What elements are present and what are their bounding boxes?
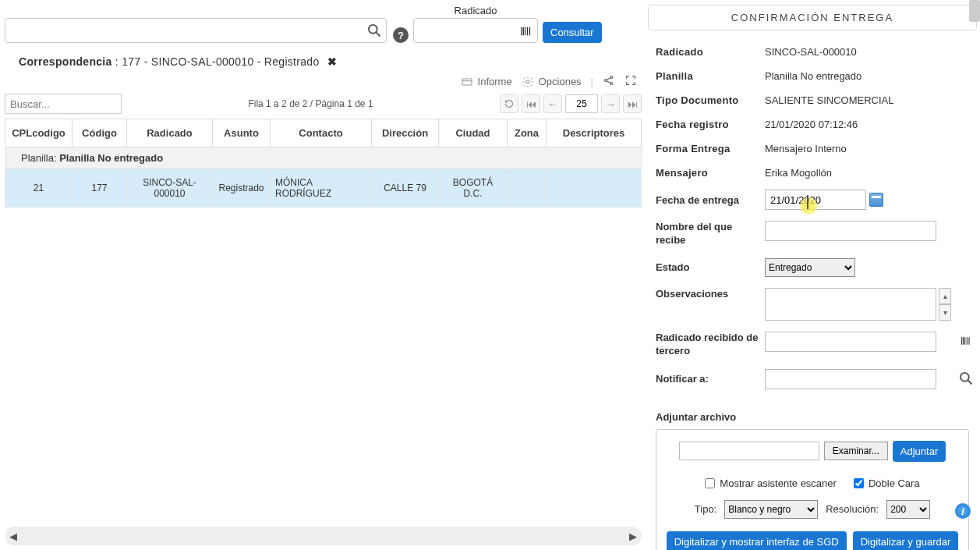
- spin-up-icon[interactable]: ▴: [939, 288, 951, 304]
- doblecara-checkbox-label[interactable]: Doble Cara: [854, 477, 920, 489]
- results-table: CPLcodigo Código Radicado Asunto Contact…: [5, 119, 642, 208]
- notificar-input[interactable]: [765, 369, 936, 389]
- horizontal-scrollbar[interactable]: ◀ ▶: [5, 527, 642, 545]
- grid-search-input[interactable]: [5, 94, 122, 114]
- scroll-left-icon[interactable]: ◀: [5, 530, 22, 542]
- fecha-entrega-input[interactable]: [765, 190, 866, 210]
- svg-line-14: [607, 81, 610, 83]
- credit-card-icon: [461, 76, 473, 88]
- svg-point-0: [369, 25, 377, 34]
- resolucion-select[interactable]: 200: [886, 500, 930, 519]
- col-zona[interactable]: Zona: [508, 119, 547, 147]
- prev-page-button[interactable]: ←: [543, 94, 562, 113]
- svg-point-12: [610, 83, 613, 85]
- doblecara-checkbox[interactable]: [854, 478, 864, 488]
- page-info: Fila 1 a 2 de 2 / Página 1 de 1: [129, 98, 492, 109]
- barcode-icon[interactable]: [519, 24, 533, 38]
- col-contacto[interactable]: Contacto: [271, 119, 372, 147]
- col-codigo[interactable]: Código: [73, 119, 127, 147]
- tipo-select[interactable]: Blanco y negro: [724, 500, 818, 519]
- breadcrumb: Correspondencia : 177 - SINCO-SAL-000010…: [19, 55, 642, 68]
- nombre-recibe-input[interactable]: [765, 221, 936, 241]
- scroll-right-icon[interactable]: ▶: [624, 530, 642, 542]
- first-page-button[interactable]: ⏮: [522, 94, 540, 113]
- fullscreen-icon[interactable]: [624, 74, 637, 89]
- col-descriptores[interactable]: Descriptores: [547, 119, 642, 147]
- col-direccion[interactable]: Dirección: [372, 119, 439, 147]
- adjuntar-button[interactable]: Adjuntar: [893, 441, 946, 462]
- col-ciudad[interactable]: Ciudad: [439, 119, 508, 147]
- table-row[interactable]: 21 177 SINCO-SAL-000010 Registrado MÓNIC…: [5, 169, 642, 208]
- radicado-label: Radicado: [413, 5, 538, 16]
- main-search-input[interactable]: [5, 18, 387, 43]
- close-icon[interactable]: ✖: [327, 55, 337, 68]
- svg-line-1: [377, 33, 380, 37]
- col-radicado[interactable]: Radicado: [127, 119, 213, 147]
- svg-point-11: [610, 76, 613, 79]
- svg-rect-7: [462, 79, 472, 85]
- svg-line-13: [607, 78, 610, 80]
- examinar-button[interactable]: Examinar...: [824, 442, 888, 460]
- gear-icon: [522, 76, 534, 88]
- col-asunto[interactable]: Asunto: [213, 119, 271, 147]
- page-size-input[interactable]: [565, 94, 598, 113]
- breadcrumb-prefix: Correspondencia: [19, 55, 112, 68]
- group-row: Planilla: Planilla No entregado: [5, 147, 642, 169]
- attach-box: Examinar... Adjuntar Mostrar asistente e…: [656, 429, 969, 550]
- help-icon[interactable]: ?: [393, 27, 409, 43]
- svg-point-10: [605, 80, 607, 82]
- informe-button[interactable]: Informe: [461, 76, 512, 88]
- consultar-button[interactable]: Consultar: [543, 22, 602, 43]
- panel-title: CONFIRMACIÓN ENTREGA: [648, 5, 977, 30]
- file-path-display: [679, 442, 819, 460]
- text-cursor-icon: [807, 195, 808, 209]
- digitalizar-guardar-button[interactable]: Digitalizar y guardar: [853, 531, 959, 550]
- breadcrumb-value: : 177 - SINCO-SAL-000010 - Registrado: [115, 55, 320, 68]
- opciones-button[interactable]: Opciones: [522, 76, 582, 88]
- col-cplcodigo[interactable]: CPLcodigo: [5, 119, 73, 147]
- next-page-button[interactable]: →: [601, 94, 620, 113]
- digitalizar-sgd-button[interactable]: Digitalizar y mostrar interfaz de SGD: [667, 531, 847, 550]
- last-page-button[interactable]: ⏭: [623, 94, 642, 113]
- share-icon[interactable]: [603, 74, 615, 89]
- observaciones-textarea[interactable]: [765, 288, 936, 321]
- adjuntar-header: Adjuntar archivo: [656, 411, 977, 423]
- calendar-icon[interactable]: [869, 193, 883, 207]
- vertical-scrollbar[interactable]: [966, 0, 980, 550]
- refresh-button[interactable]: [500, 94, 518, 113]
- asistente-checkbox-label[interactable]: Mostrar asistente escaner: [705, 477, 837, 489]
- search-icon[interactable]: [366, 23, 382, 38]
- svg-point-9: [526, 80, 529, 83]
- estado-select[interactable]: Entregado: [765, 258, 855, 277]
- asistente-checkbox[interactable]: [705, 478, 715, 488]
- spin-down-icon[interactable]: ▾: [939, 304, 951, 321]
- radicado-tercero-input[interactable]: [765, 332, 936, 352]
